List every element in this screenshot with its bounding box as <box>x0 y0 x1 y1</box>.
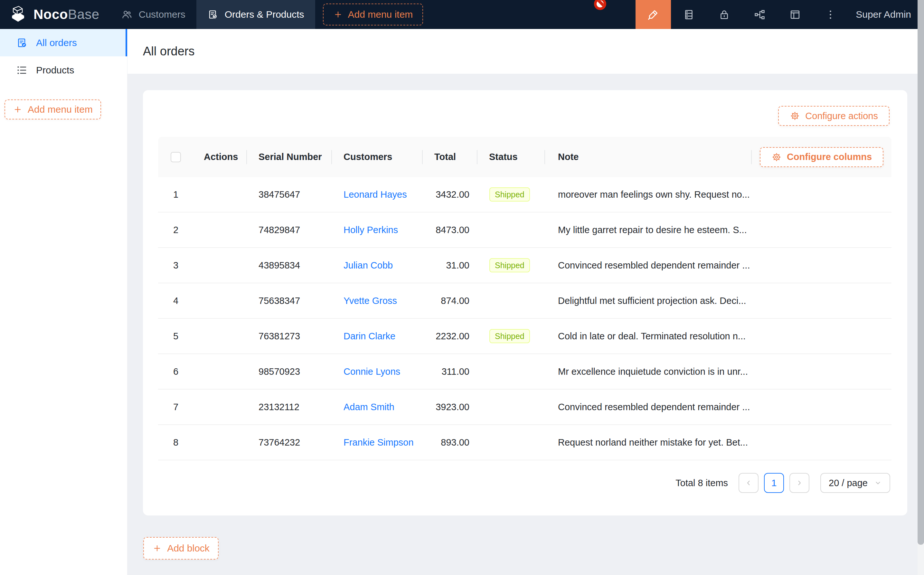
table-header-row: Actions Serial Number Customers Total St… <box>158 137 891 177</box>
sidebar-item-products[interactable]: Products <box>0 56 127 84</box>
cell-total: 2232.00 <box>423 331 478 342</box>
cell-note: Cold in late or deal. Terminated resolut… <box>545 331 752 342</box>
navbar-right: Super Admin <box>635 0 918 29</box>
scrollbar-thumb[interactable] <box>918 0 924 545</box>
customer-link[interactable]: Adam Smith <box>343 402 394 412</box>
status-tag: Shipped <box>489 258 530 272</box>
row-index: 6 <box>158 366 194 377</box>
pagination-total: Total 8 items <box>675 478 728 488</box>
cell-customer: Julian Cobb <box>332 260 423 271</box>
cell-note: My little garret repair to desire he est… <box>545 225 752 235</box>
cell-note: Mr excellence inquietude conviction is i… <box>545 366 752 377</box>
page-scrollbar <box>918 0 924 575</box>
table-row[interactable]: 6 98570923 Connie Lyons 311.00 Mr excell… <box>158 354 891 389</box>
customer-link[interactable]: Julian Cobb <box>343 260 393 270</box>
gear-icon <box>790 111 800 121</box>
add-block-button[interactable]: Add block <box>143 537 219 559</box>
customer-link[interactable]: Holly Perkins <box>343 225 398 235</box>
cell-customer: Connie Lyons <box>332 366 423 377</box>
configure-actions-button[interactable]: Configure actions <box>778 106 889 126</box>
more-vertical-icon[interactable] <box>813 0 848 29</box>
cell-customer: Holly Perkins <box>332 225 423 235</box>
cell-customer: Yvette Gross <box>332 295 423 306</box>
configure-columns-button[interactable]: Configure columns <box>760 147 883 167</box>
customer-link[interactable]: Frankie Simpson <box>343 437 414 448</box>
nav-item-label: Orders & Products <box>225 9 304 20</box>
cell-status: Shipped <box>478 187 545 202</box>
cell-note: Delightful met sufficient projection ask… <box>545 295 752 306</box>
status-tag: Shipped <box>489 329 530 343</box>
row-index: 3 <box>158 260 194 271</box>
customer-link[interactable]: Connie Lyons <box>343 366 400 377</box>
chevron-left-icon <box>745 479 753 487</box>
cell-total: 3432.00 <box>423 189 478 200</box>
ui-editor-button[interactable] <box>635 0 671 29</box>
table-row[interactable]: 5 76381273 Darin Clarke 2232.00 Shipped … <box>158 319 891 354</box>
cell-customer: Darin Clarke <box>332 331 423 342</box>
next-page-button[interactable] <box>789 473 810 493</box>
sidebar-item-all-orders[interactable]: All orders <box>0 29 127 56</box>
table-row[interactable]: 7 23132112 Adam Smith 3923.00 Convinced … <box>158 389 891 425</box>
header-cell-customers: Customers <box>332 137 423 177</box>
cell-note: Convinced resembled dependent remainder … <box>545 402 752 412</box>
cell-total: 8473.00 <box>423 225 478 235</box>
prev-page-button[interactable] <box>738 473 759 493</box>
cell-serial-number: 43895834 <box>247 260 332 271</box>
nav-item-orders-products[interactable]: Orders & Products <box>196 0 315 29</box>
header-cell-note: Note <box>545 137 752 177</box>
partition-icon[interactable] <box>742 0 777 29</box>
table-row[interactable]: 3 43895834 Julian Cobb 31.00 Shipped Con… <box>158 248 891 283</box>
cell-serial-number: 75638347 <box>247 295 332 306</box>
plus-icon <box>333 10 343 19</box>
cell-note: moreover man feelings own shy. Request n… <box>545 189 752 200</box>
list-icon <box>16 64 28 76</box>
sidebar-item-label: All orders <box>36 37 77 48</box>
navbar-add-menu-item-button[interactable]: Add menu item <box>323 3 423 25</box>
select-all-checkbox[interactable] <box>171 152 181 162</box>
row-index: 7 <box>158 402 194 412</box>
lock-icon[interactable] <box>706 0 742 29</box>
page-number-button[interactable]: 1 <box>764 473 784 493</box>
user-menu[interactable]: Super Admin <box>856 9 911 20</box>
cell-note: Convinced resembled dependent remainder … <box>545 260 752 271</box>
cell-customer: Frankie Simpson <box>332 437 423 448</box>
customer-link[interactable]: Leonard Hayes <box>343 189 407 200</box>
table-row[interactable]: 1 38475647 Leonard Hayes 3432.00 Shipped… <box>158 177 891 213</box>
team-icon <box>121 9 132 20</box>
cell-total: 3923.00 <box>423 402 478 412</box>
page-size-select[interactable]: 20 / page <box>820 473 890 493</box>
status-tag: Shipped <box>489 187 530 202</box>
chevron-down-icon <box>874 479 882 487</box>
table-body: 1 38475647 Leonard Hayes 3432.00 Shipped… <box>158 177 891 461</box>
page-header: All orders <box>127 29 918 74</box>
table-row[interactable]: 8 73764232 Frankie Simpson 893.00 Reques… <box>158 425 891 461</box>
cell-serial-number: 23132112 <box>247 402 332 412</box>
customer-link[interactable]: Yvette Gross <box>343 295 397 306</box>
header-cell-select-all <box>158 137 194 177</box>
chevron-right-icon <box>795 479 803 487</box>
nav-item-customers[interactable]: Customers <box>110 0 196 29</box>
cell-serial-number: 76381273 <box>247 331 332 342</box>
row-index: 5 <box>158 331 194 342</box>
cell-customer: Leonard Hayes <box>332 189 423 200</box>
cell-total: 893.00 <box>423 437 478 448</box>
row-index: 4 <box>158 295 194 306</box>
database-icon[interactable] <box>671 0 706 29</box>
table-row[interactable]: 2 74829847 Holly Perkins 8473.00 My litt… <box>158 213 891 248</box>
brand-text: NocoBase <box>33 7 100 22</box>
table-row[interactable]: 4 75638347 Yvette Gross 874.00 Delightfu… <box>158 283 891 319</box>
nocobase-logo-icon <box>9 5 29 24</box>
layout-icon[interactable] <box>777 0 813 29</box>
cell-serial-number: 73764232 <box>247 437 332 448</box>
form-icon <box>16 37 28 49</box>
cell-total: 874.00 <box>423 295 478 306</box>
highlighter-icon <box>647 8 660 21</box>
header-cell-serial-number: Serial Number <box>247 137 332 177</box>
sidebar-item-label: Products <box>36 65 74 76</box>
plus-icon <box>13 105 22 114</box>
nav-item-label: Customers <box>139 9 186 20</box>
sidebar-add-menu-item-button[interactable]: Add menu item <box>5 100 101 119</box>
customer-link[interactable]: Darin Clarke <box>343 331 395 341</box>
top-navbar: NocoBase Customers <box>0 0 918 29</box>
header-cell-configure: Configure columns <box>752 137 891 177</box>
